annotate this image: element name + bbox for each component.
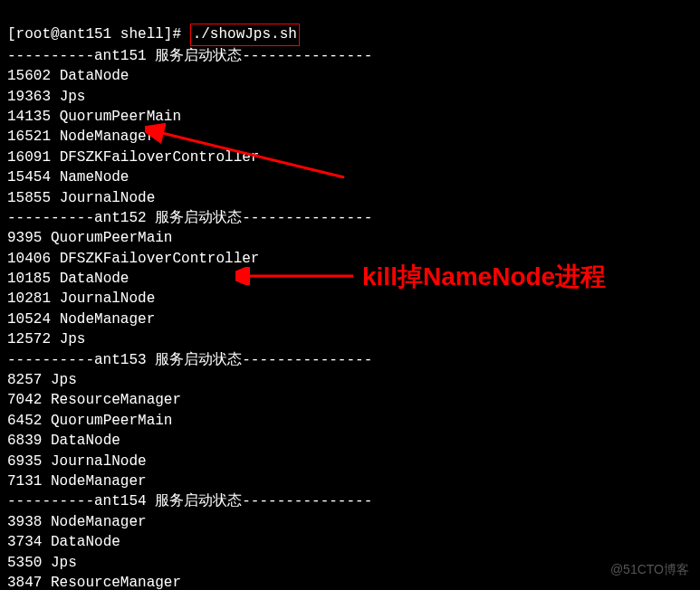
proc-line: 7131 NodeManager — [7, 473, 147, 490]
proc-line: 15602 DataNode — [7, 68, 129, 84]
proc-line: 16521 NodeManager — [7, 128, 155, 145]
section-2: ----------ant153 服务启动状态--------------- 8… — [7, 350, 693, 492]
watermark: @51CTO博客 — [610, 561, 689, 579]
proc-line: 10281 JournalNode — [7, 290, 155, 307]
section-header: ----------ant153 服务启动状态--------------- — [7, 352, 372, 368]
proc-line: 10524 NodeManager — [7, 311, 155, 328]
proc-line: 6452 QuorumPeerMain — [7, 413, 172, 429]
proc-line: 12572 Jps — [7, 331, 85, 347]
proc-line: 19363 Jps — [7, 89, 85, 105]
section-0: ----------ant151 服务启动状态--------------- 1… — [7, 46, 693, 208]
terminal-output: [root@ant151 shell]# ./showJps.sh ------… — [0, 0, 700, 590]
section-3: ----------ant154 服务启动状态--------------- 3… — [7, 491, 693, 590]
annotation-text: kill掉NameNode进程 — [362, 259, 606, 294]
section-header: ----------ant154 服务启动状态--------------- — [7, 493, 372, 509]
proc-line: 5350 Jps — [7, 555, 77, 571]
proc-line: 15454 NameNode — [7, 169, 129, 186]
proc-line: 8257 Jps — [7, 372, 77, 388]
section-header: ----------ant151 服务启动状态--------------- — [7, 48, 372, 64]
proc-line: 15855 JournalNode — [7, 190, 155, 206]
command-highlight: ./showJps.sh — [190, 24, 300, 45]
section-header: ----------ant152 服务启动状态--------------- — [7, 210, 372, 226]
proc-line: 9395 QuorumPeerMain — [7, 230, 172, 246]
proc-line: 7042 ResourceManager — [7, 392, 181, 408]
proc-line: 14135 QuorumPeerMain — [7, 109, 181, 125]
proc-line: 10406 DFSZKFailoverController — [7, 251, 259, 267]
proc-line: 16091 DFSZKFailoverController — [7, 149, 259, 166]
proc-line: 10185 DataNode — [7, 271, 129, 287]
proc-line: 6839 DataNode — [7, 433, 120, 449]
proc-line: 3847 ResourceManager — [7, 575, 181, 590]
proc-line: 3938 NodeManager — [7, 514, 147, 530]
proc-line: 3734 DataNode — [7, 534, 120, 550]
shell-prompt-1: [root@ant151 shell]# ./showJps.sh — [7, 26, 300, 43]
proc-line: 6935 JournalNode — [7, 453, 147, 470]
